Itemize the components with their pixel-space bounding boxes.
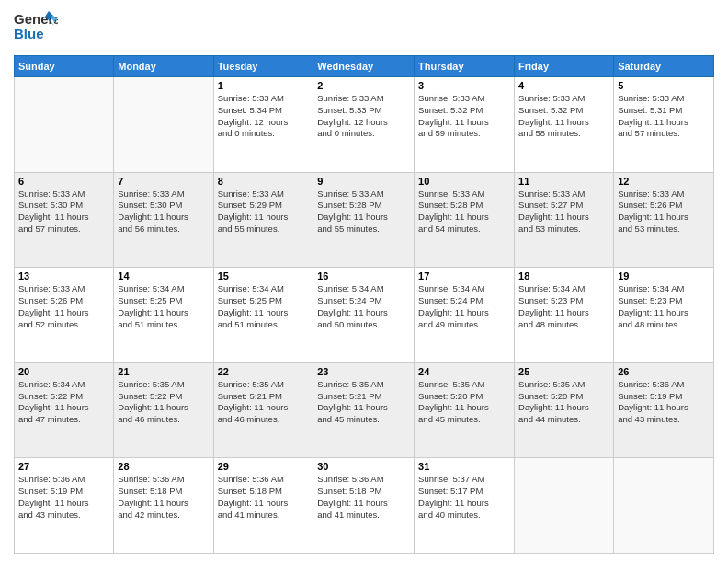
- day-number: 30: [317, 461, 410, 472]
- calendar-cell: 6Sunrise: 5:33 AMSunset: 5:30 PMDaylight…: [15, 172, 114, 268]
- day-info: Sunrise: 5:36 AMSunset: 5:18 PMDaylight:…: [218, 474, 310, 521]
- day-info: Sunrise: 5:36 AMSunset: 5:18 PMDaylight:…: [317, 474, 410, 521]
- calendar-cell: 14Sunrise: 5:34 AMSunset: 5:25 PMDayligh…: [114, 268, 213, 363]
- calendar-cell: 1Sunrise: 5:33 AMSunset: 5:34 PMDaylight…: [213, 77, 313, 173]
- day-info: Sunrise: 5:33 AMSunset: 5:30 PMDaylight:…: [18, 189, 109, 236]
- day-info: Sunrise: 5:35 AMSunset: 5:22 PMDaylight:…: [118, 379, 209, 426]
- page: General Blue SundayMondayTuesdayWednesda…: [0, 0, 728, 563]
- day-info: Sunrise: 5:33 AMSunset: 5:26 PMDaylight:…: [618, 189, 710, 236]
- calendar-cell: 3Sunrise: 5:33 AMSunset: 5:32 PMDaylight…: [415, 77, 515, 173]
- calendar-cell: 13Sunrise: 5:33 AMSunset: 5:26 PMDayligh…: [15, 268, 114, 363]
- calendar-cell: 18Sunrise: 5:34 AMSunset: 5:23 PMDayligh…: [515, 268, 614, 363]
- calendar-cell: 25Sunrise: 5:35 AMSunset: 5:20 PMDayligh…: [515, 362, 614, 458]
- weekday-header-saturday: Saturday: [614, 56, 714, 77]
- week-row-2: 6Sunrise: 5:33 AMSunset: 5:30 PMDaylight…: [15, 172, 714, 268]
- calendar-cell: 17Sunrise: 5:34 AMSunset: 5:24 PMDayligh…: [415, 268, 515, 363]
- calendar-cell: 12Sunrise: 5:33 AMSunset: 5:26 PMDayligh…: [614, 172, 714, 268]
- logo: General Blue: [14, 9, 58, 48]
- calendar-cell: [614, 458, 714, 554]
- day-info: Sunrise: 5:36 AMSunset: 5:19 PMDaylight:…: [618, 379, 710, 426]
- day-number: 7: [118, 176, 209, 187]
- calendar-cell: 30Sunrise: 5:36 AMSunset: 5:18 PMDayligh…: [313, 458, 415, 554]
- week-row-4: 20Sunrise: 5:34 AMSunset: 5:22 PMDayligh…: [15, 362, 714, 458]
- day-number: 21: [118, 366, 209, 377]
- week-row-5: 27Sunrise: 5:36 AMSunset: 5:19 PMDayligh…: [15, 458, 714, 554]
- calendar-cell: [114, 77, 213, 173]
- weekday-header-row: SundayMondayTuesdayWednesdayThursdayFrid…: [15, 56, 714, 77]
- day-info: Sunrise: 5:36 AMSunset: 5:18 PMDaylight:…: [118, 474, 209, 521]
- calendar-cell: 19Sunrise: 5:34 AMSunset: 5:23 PMDayligh…: [614, 268, 714, 363]
- day-info: Sunrise: 5:34 AMSunset: 5:25 PMDaylight:…: [218, 283, 310, 330]
- calendar-cell: 27Sunrise: 5:36 AMSunset: 5:19 PMDayligh…: [15, 458, 114, 554]
- day-info: Sunrise: 5:35 AMSunset: 5:20 PMDaylight:…: [518, 379, 609, 426]
- day-number: 15: [218, 270, 310, 282]
- day-number: 11: [518, 176, 609, 187]
- svg-text:Blue: Blue: [14, 26, 44, 41]
- calendar-cell: 2Sunrise: 5:33 AMSunset: 5:33 PMDaylight…: [313, 77, 415, 173]
- calendar-cell: 4Sunrise: 5:33 AMSunset: 5:32 PMDaylight…: [515, 77, 614, 173]
- calendar-cell: 29Sunrise: 5:36 AMSunset: 5:18 PMDayligh…: [213, 458, 313, 554]
- day-info: Sunrise: 5:33 AMSunset: 5:29 PMDaylight:…: [218, 189, 310, 236]
- day-number: 2: [317, 80, 410, 91]
- day-number: 17: [418, 270, 510, 282]
- weekday-header-sunday: Sunday: [15, 56, 114, 77]
- calendar-cell: 10Sunrise: 5:33 AMSunset: 5:28 PMDayligh…: [415, 172, 515, 268]
- day-number: 12: [618, 176, 710, 187]
- day-number: 22: [218, 366, 310, 377]
- day-number: 16: [317, 270, 410, 282]
- day-number: 8: [218, 176, 310, 187]
- calendar-cell: 22Sunrise: 5:35 AMSunset: 5:21 PMDayligh…: [213, 362, 313, 458]
- calendar-cell: 26Sunrise: 5:36 AMSunset: 5:19 PMDayligh…: [614, 362, 714, 458]
- weekday-header-monday: Monday: [114, 56, 213, 77]
- day-number: 9: [317, 176, 410, 187]
- calendar-cell: 21Sunrise: 5:35 AMSunset: 5:22 PMDayligh…: [114, 362, 213, 458]
- weekday-header-tuesday: Tuesday: [213, 56, 313, 77]
- day-info: Sunrise: 5:35 AMSunset: 5:21 PMDaylight:…: [317, 379, 410, 426]
- day-info: Sunrise: 5:35 AMSunset: 5:21 PMDaylight:…: [218, 379, 310, 426]
- week-row-3: 13Sunrise: 5:33 AMSunset: 5:26 PMDayligh…: [15, 268, 714, 363]
- day-info: Sunrise: 5:34 AMSunset: 5:22 PMDaylight:…: [18, 379, 109, 426]
- day-number: 6: [18, 176, 109, 187]
- week-row-1: 1Sunrise: 5:33 AMSunset: 5:34 PMDaylight…: [15, 77, 714, 173]
- day-info: Sunrise: 5:33 AMSunset: 5:27 PMDaylight:…: [518, 189, 609, 236]
- day-info: Sunrise: 5:33 AMSunset: 5:30 PMDaylight:…: [118, 189, 209, 236]
- calendar-cell: 8Sunrise: 5:33 AMSunset: 5:29 PMDaylight…: [213, 172, 313, 268]
- calendar-cell: 28Sunrise: 5:36 AMSunset: 5:18 PMDayligh…: [114, 458, 213, 554]
- calendar-cell: 9Sunrise: 5:33 AMSunset: 5:28 PMDaylight…: [313, 172, 415, 268]
- day-info: Sunrise: 5:36 AMSunset: 5:19 PMDaylight:…: [18, 474, 109, 521]
- day-number: 20: [18, 366, 109, 377]
- day-info: Sunrise: 5:37 AMSunset: 5:17 PMDaylight:…: [418, 474, 510, 521]
- calendar-cell: 5Sunrise: 5:33 AMSunset: 5:31 PMDaylight…: [614, 77, 714, 173]
- calendar-cell: 15Sunrise: 5:34 AMSunset: 5:25 PMDayligh…: [213, 268, 313, 363]
- calendar-cell: 31Sunrise: 5:37 AMSunset: 5:17 PMDayligh…: [415, 458, 515, 554]
- day-number: 29: [218, 461, 310, 472]
- day-info: Sunrise: 5:34 AMSunset: 5:23 PMDaylight:…: [518, 283, 609, 330]
- weekday-header-thursday: Thursday: [415, 56, 515, 77]
- calendar-cell: 11Sunrise: 5:33 AMSunset: 5:27 PMDayligh…: [515, 172, 614, 268]
- day-info: Sunrise: 5:33 AMSunset: 5:31 PMDaylight:…: [618, 93, 710, 140]
- calendar-cell: 7Sunrise: 5:33 AMSunset: 5:30 PMDaylight…: [114, 172, 213, 268]
- day-number: 24: [418, 366, 510, 377]
- day-info: Sunrise: 5:33 AMSunset: 5:34 PMDaylight:…: [218, 93, 310, 140]
- calendar-cell: 24Sunrise: 5:35 AMSunset: 5:20 PMDayligh…: [415, 362, 515, 458]
- day-info: Sunrise: 5:33 AMSunset: 5:33 PMDaylight:…: [317, 93, 410, 140]
- day-number: 31: [418, 461, 510, 472]
- calendar-table: SundayMondayTuesdayWednesdayThursdayFrid…: [14, 55, 714, 554]
- day-info: Sunrise: 5:33 AMSunset: 5:32 PMDaylight:…: [418, 93, 510, 140]
- day-number: 13: [18, 270, 109, 282]
- day-number: 5: [618, 80, 710, 91]
- day-info: Sunrise: 5:33 AMSunset: 5:26 PMDaylight:…: [18, 283, 109, 330]
- calendar-cell: 23Sunrise: 5:35 AMSunset: 5:21 PMDayligh…: [313, 362, 415, 458]
- calendar-cell: 20Sunrise: 5:34 AMSunset: 5:22 PMDayligh…: [15, 362, 114, 458]
- day-info: Sunrise: 5:35 AMSunset: 5:20 PMDaylight:…: [418, 379, 510, 426]
- day-number: 18: [518, 270, 609, 282]
- day-number: 27: [18, 461, 109, 472]
- day-info: Sunrise: 5:33 AMSunset: 5:32 PMDaylight:…: [518, 93, 609, 140]
- day-info: Sunrise: 5:33 AMSunset: 5:28 PMDaylight:…: [317, 189, 410, 236]
- logo-icon: General Blue: [14, 9, 58, 44]
- day-number: 25: [518, 366, 609, 377]
- day-number: 28: [118, 461, 209, 472]
- day-number: 4: [518, 80, 609, 91]
- header: General Blue: [14, 9, 714, 48]
- weekday-header-wednesday: Wednesday: [313, 56, 415, 77]
